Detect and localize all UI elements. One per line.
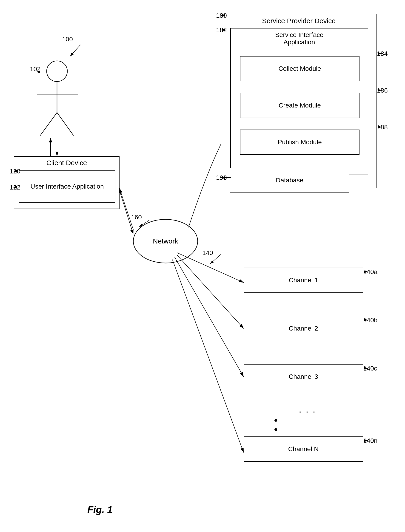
channel2-box: Channel 2 <box>244 316 363 341</box>
service-provider-box: Service Provider Device Service Interfac… <box>221 14 377 188</box>
fig-label: Fig. 1 <box>87 504 113 515</box>
publish-module-box: Publish Module <box>240 130 359 155</box>
arrow-140a <box>363 271 370 278</box>
svg-line-41 <box>210 254 221 264</box>
arrow-184 <box>377 52 383 59</box>
svg-text:Network: Network <box>153 237 178 245</box>
arrow-100 <box>67 42 85 61</box>
arrow-190 <box>220 176 233 183</box>
svg-line-27 <box>139 220 149 227</box>
arrow-120 <box>12 170 19 177</box>
svg-line-10 <box>120 188 133 230</box>
arrow-140c <box>363 367 370 374</box>
client-device-box: Client Device User Interface Application <box>14 156 120 209</box>
ref-100: 100 <box>62 36 73 43</box>
arrow-182 <box>220 29 227 36</box>
svg-line-13 <box>175 257 244 377</box>
svg-line-3 <box>40 113 57 135</box>
arrow-180 <box>220 14 227 21</box>
service-provider-label: Service Provider Device <box>262 17 336 25</box>
channel3-box: Channel 3 <box>244 364 363 389</box>
user-interface-app-label: User Interface Application <box>30 183 104 190</box>
channeln-box: Channel N <box>244 436 363 462</box>
arrow-140 <box>207 252 228 268</box>
database-label: Database <box>276 177 304 184</box>
channel3-label: Channel 3 <box>289 373 318 380</box>
svg-line-9 <box>120 191 133 234</box>
arrow-102 <box>34 68 48 78</box>
svg-point-16 <box>274 419 277 422</box>
database-box: Database <box>230 168 349 193</box>
channel2-label: Channel 2 <box>289 325 318 332</box>
collect-module-label: Collect Module <box>278 65 321 72</box>
svg-line-19 <box>70 45 81 56</box>
svg-point-17 <box>274 428 277 431</box>
publish-module-label: Publish Module <box>278 139 322 146</box>
channel1-box: Channel 1 <box>244 268 363 293</box>
channel1-label: Channel 1 <box>289 277 318 284</box>
client-device-label: Client Device <box>47 159 87 167</box>
collect-module-box: Collect Module <box>240 56 359 81</box>
arrow-140b <box>363 319 370 326</box>
create-module-box: Create Module <box>240 93 359 118</box>
create-module-label: Create Module <box>279 102 321 109</box>
channeln-label: Channel N <box>288 446 318 453</box>
service-interface-app-box: Service InterfaceApplication Collect Mod… <box>230 28 368 175</box>
ellipsis-dots: . . . <box>299 404 316 415</box>
arrow-188 <box>377 126 383 133</box>
arrow-160 <box>136 218 156 232</box>
arrow-140n <box>363 439 370 446</box>
svg-line-14 <box>172 259 244 452</box>
user-interface-app-box: User Interface Application <box>19 170 115 203</box>
arrow-122 <box>12 186 19 193</box>
svg-line-4 <box>57 113 74 135</box>
service-interface-app-label: Service InterfaceApplication <box>275 31 324 46</box>
svg-point-0 <box>47 61 67 81</box>
arrow-186 <box>377 89 383 96</box>
diagram-container: Network 100 102 <box>0 0 405 532</box>
